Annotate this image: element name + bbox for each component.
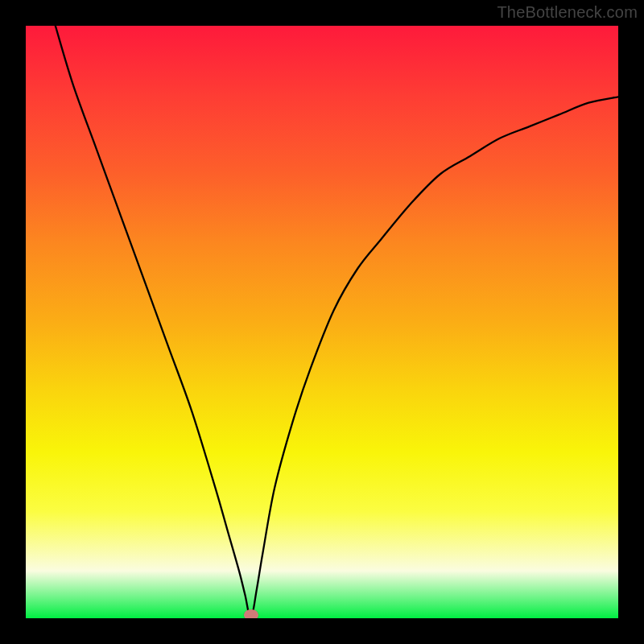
minimum-marker bbox=[244, 609, 258, 618]
chart-frame: TheBottleneck.com bbox=[0, 0, 644, 644]
plot-area bbox=[26, 26, 618, 618]
watermark-label: TheBottleneck.com bbox=[497, 3, 638, 22]
bottleneck-curve bbox=[26, 26, 618, 618]
